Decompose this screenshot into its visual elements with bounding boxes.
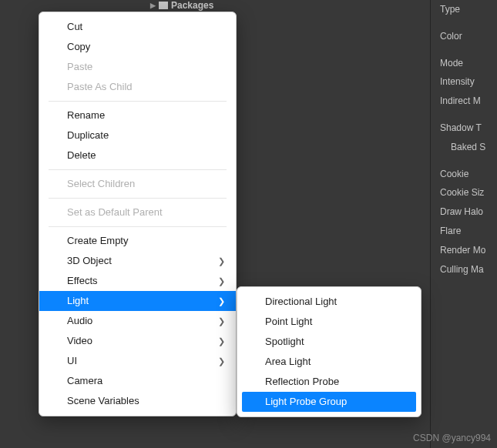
menu-item-set-as-default-parent: Set as Default Parent: [39, 202, 236, 222]
menu-item-label: Select Children: [67, 178, 135, 189]
menu-item-3d-object[interactable]: 3D Object❯: [39, 251, 236, 271]
context-submenu-light[interactable]: Directional LightPoint LightSpotlightAre…: [237, 286, 421, 417]
menu-item-label: Paste As Child: [67, 81, 133, 92]
menu-item-label: Audio: [67, 315, 92, 326]
folder-icon: [159, 2, 168, 9]
menu-item-copy[interactable]: Copy: [39, 37, 236, 57]
menu-item-label: Scene Variables: [67, 395, 139, 406]
chevron-right-icon: ▶: [150, 2, 156, 9]
menu-item-label: Camera: [67, 375, 102, 386]
inspector-label: Color: [440, 27, 497, 46]
submenu-item-directional-light[interactable]: Directional Light: [237, 292, 421, 312]
submenu-item-label: Point Light: [265, 316, 312, 327]
menu-item-select-children: Select Children: [39, 174, 236, 194]
inspector-label: Culling Ma: [440, 260, 497, 279]
inspector-gap: [440, 46, 497, 54]
menu-item-scene-variables[interactable]: Scene Variables: [39, 391, 236, 411]
inspector-label: Baked S: [440, 138, 497, 157]
inspector-gap: [440, 111, 497, 119]
menu-item-ui[interactable]: UI❯: [39, 351, 236, 371]
submenu-item-label: Spotlight: [265, 336, 304, 347]
menu-item-effects[interactable]: Effects❯: [39, 271, 236, 291]
project-tree-item[interactable]: ▶ Packages: [150, 0, 213, 11]
inspector-label: Intensity: [440, 72, 497, 92]
inspector-label: Mode: [440, 54, 497, 73]
menu-item-label: Paste: [67, 61, 92, 72]
menu-item-cut[interactable]: Cut: [39, 17, 236, 37]
menu-item-audio[interactable]: Audio❯: [39, 311, 236, 331]
menu-item-label: Cut: [67, 21, 82, 32]
chevron-right-icon: ❯: [218, 274, 225, 288]
context-menu[interactable]: CutCopyPastePaste As ChildRenameDuplicat…: [39, 12, 237, 416]
submenu-item-label: Light Probe Group: [265, 396, 347, 407]
menu-item-rename[interactable]: Rename: [39, 105, 236, 125]
inspector-label: Cookie: [440, 165, 497, 184]
submenu-item-label: Reflection Probe: [265, 376, 339, 387]
menu-item-label: Light: [67, 295, 89, 306]
inspector-label: Render Mo: [440, 241, 497, 260]
inspector-label: Draw Halo: [440, 202, 497, 222]
submenu-item-label: Area Light: [265, 356, 311, 367]
chevron-right-icon: ❯: [218, 314, 225, 328]
menu-item-label: Delete: [67, 149, 96, 161]
chevron-right-icon: ❯: [218, 294, 225, 308]
menu-item-camera[interactable]: Camera: [39, 371, 236, 391]
menu-item-label: Video: [67, 335, 92, 346]
menu-item-label: Rename: [67, 109, 105, 121]
menu-item-duplicate[interactable]: Duplicate: [39, 125, 236, 145]
inspector-label: Type: [440, 0, 497, 19]
chevron-right-icon: ❯: [218, 334, 225, 348]
chevron-right-icon: ❯: [218, 354, 225, 368]
menu-separator: [49, 226, 227, 227]
menu-separator: [49, 101, 227, 102]
menu-separator: [49, 198, 227, 199]
watermark: CSDN @yancy994: [413, 433, 491, 443]
menu-item-delete[interactable]: Delete: [39, 145, 236, 165]
inspector-label: Flare: [440, 222, 497, 241]
menu-item-video[interactable]: Video❯: [39, 331, 236, 351]
menu-item-paste: Paste: [39, 57, 236, 77]
inspector-label: Shadow T: [440, 119, 497, 138]
submenu-item-spotlight[interactable]: Spotlight: [237, 332, 421, 352]
menu-item-label: Effects: [67, 275, 98, 286]
menu-separator: [49, 169, 227, 170]
inspector-gap: [440, 19, 497, 27]
menu-item-paste-as-child: Paste As Child: [39, 77, 236, 97]
tree-item-label: Packages: [171, 0, 213, 11]
menu-item-create-empty[interactable]: Create Empty: [39, 231, 236, 251]
inspector-panel: TypeColorModeIntensityIndirect MShadow T…: [440, 0, 497, 279]
submenu-item-label: Directional Light: [265, 296, 337, 307]
submenu-item-point-light[interactable]: Point Light: [237, 312, 421, 332]
menu-item-label: UI: [67, 355, 77, 366]
menu-item-light[interactable]: Light❯: [39, 291, 236, 311]
menu-item-label: Copy: [67, 41, 90, 52]
submenu-item-reflection-probe[interactable]: Reflection Probe: [237, 372, 421, 392]
chevron-right-icon: ❯: [218, 254, 225, 268]
menu-item-label: Create Empty: [67, 235, 128, 246]
inspector-gap: [440, 157, 497, 165]
menu-item-label: 3D Object: [67, 255, 112, 266]
submenu-item-light-probe-group[interactable]: Light Probe Group: [242, 392, 416, 412]
inspector-label: Cookie Siz: [440, 183, 497, 202]
menu-item-label: Set as Default Parent: [67, 206, 163, 218]
inspector-label: Indirect M: [440, 92, 497, 111]
panel-divider: [430, 0, 431, 448]
menu-item-label: Duplicate: [67, 129, 109, 141]
submenu-item-area-light[interactable]: Area Light: [237, 352, 421, 372]
